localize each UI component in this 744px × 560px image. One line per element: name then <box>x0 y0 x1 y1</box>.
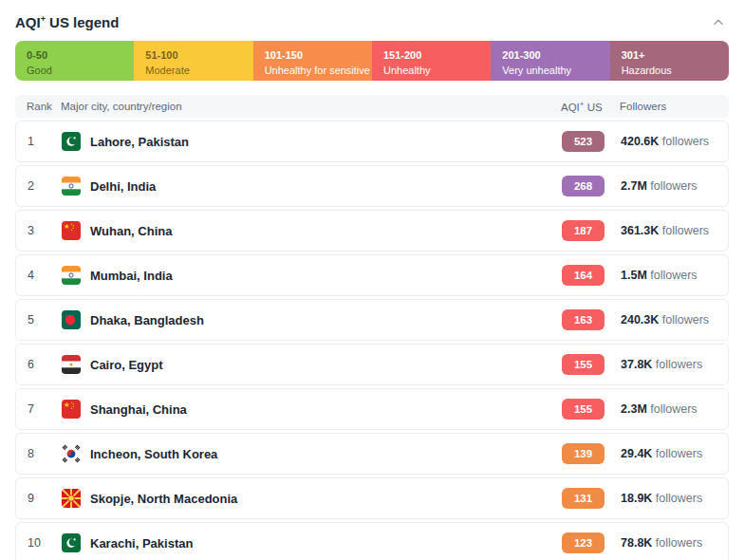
city-name: Dhaka, Bangladesh <box>90 313 204 327</box>
legend-segment: 201-300 Very unhealthy <box>491 41 609 81</box>
rank-cell: 3 <box>28 224 62 237</box>
table-row[interactable]: 10 Karachi, Pakistan 123 78.8K followers <box>15 522 729 560</box>
legend-label: Very unhealthy <box>502 64 605 79</box>
panel-header: AQI+ US legend <box>15 9 729 34</box>
aqi-badge: 523 <box>562 131 604 152</box>
aqi-cell: 523 <box>562 131 621 152</box>
legend-segment: 51-100 Moderate <box>134 41 252 81</box>
aqi-badge: 131 <box>562 488 604 509</box>
followers-cell: 420.6K followers <box>621 135 716 148</box>
legend-label: Good <box>27 64 130 79</box>
aqi-badge: 163 <box>562 309 604 330</box>
table-row[interactable]: 5 Dhaka, Bangladesh 163 240.3K followers <box>15 299 729 341</box>
followers-cell: 18.9K followers <box>621 492 716 505</box>
city-name: Delhi, India <box>90 179 156 194</box>
followers-word: followers <box>656 492 702 505</box>
legend-label: Moderate <box>145 64 249 79</box>
rank-cell: 9 <box>28 492 62 505</box>
legend-range: 151-200 <box>383 47 487 64</box>
rank-cell: 5 <box>28 313 62 327</box>
city-cell: Delhi, India <box>62 177 562 196</box>
rank-cell: 6 <box>28 358 62 371</box>
aqi-cell: 131 <box>562 488 621 509</box>
legend-range: 0-50 <box>27 47 130 64</box>
aqi-badge: 164 <box>562 265 604 286</box>
page-title-text: AQI <box>15 14 41 30</box>
city-cell: Cairo, Egypt <box>62 355 562 374</box>
legend-segment: 151-200 Unhealthy <box>372 41 491 81</box>
aqi-badge: 155 <box>562 399 604 420</box>
legend-segment: 0-50 Good <box>15 41 134 81</box>
table-header-row: Rank Major city, country/region AQI+ US … <box>15 95 729 118</box>
followers-count: 18.9K <box>621 492 652 505</box>
followers-count: 37.8K <box>621 358 652 371</box>
followers-cell: 78.8K followers <box>621 536 716 550</box>
column-header-rank: Rank <box>27 101 61 112</box>
followers-cell: 2.3M followers <box>621 402 716 416</box>
table-row[interactable]: 9 Skopje, North Macedonia 131 18.9K foll… <box>15 477 729 519</box>
followers-word: followers <box>650 402 697 416</box>
aqi-cell: 163 <box>562 309 621 330</box>
legend-range: 201-300 <box>502 47 605 64</box>
rank-cell: 2 <box>28 179 62 193</box>
followers-count: 420.6K <box>621 135 659 148</box>
table-row[interactable]: 3 Wuhan, China 187 361.3K followers <box>15 210 729 252</box>
followers-count: 1.5M <box>621 269 647 282</box>
followers-word: followers <box>650 269 697 282</box>
followers-word: followers <box>662 224 709 237</box>
followers-cell: 1.5M followers <box>621 269 716 282</box>
followers-cell: 29.4K followers <box>621 447 716 460</box>
legend-label: Hazardous <box>622 64 725 79</box>
table-row[interactable]: 7 Shanghai, China 155 2.3M followers <box>15 388 729 430</box>
aqi-badge: 268 <box>562 176 604 196</box>
flag-in-icon <box>62 266 81 285</box>
city-cell: Dhaka, Bangladesh <box>62 310 562 329</box>
collapse-panel-button[interactable] <box>708 11 729 32</box>
column-header-followers: Followers <box>620 101 717 112</box>
city-name: Lahore, Pakistan <box>90 135 189 149</box>
followers-word: followers <box>650 179 697 193</box>
followers-cell: 37.8K followers <box>621 358 716 371</box>
followers-count: 240.3K <box>621 313 659 327</box>
followers-cell: 240.3K followers <box>621 313 716 327</box>
rank-cell: 1 <box>28 135 62 148</box>
legend-segment: 101-150 Unhealthy for sensitive groups <box>253 41 372 81</box>
city-name: Cairo, Egypt <box>90 358 163 372</box>
city-name: Karachi, Pakistan <box>90 536 193 551</box>
city-name: Incheon, South Korea <box>90 447 217 461</box>
aqi-badge: 155 <box>562 354 604 375</box>
aqi-badge: 187 <box>562 220 604 241</box>
table-row[interactable]: 8 Incheon, South Korea 139 29.4K followe… <box>15 433 729 475</box>
city-cell: Lahore, Pakistan <box>62 132 562 151</box>
page-title-suffix: US legend <box>46 14 120 30</box>
city-cell: Skopje, North Macedonia <box>62 489 562 508</box>
followers-count: 78.8K <box>621 536 652 550</box>
aqi-cell: 155 <box>562 354 621 375</box>
followers-count: 361.3K <box>621 224 659 237</box>
followers-word: followers <box>662 135 709 148</box>
legend-label: Unhealthy <box>383 64 487 79</box>
rank-cell: 8 <box>28 447 62 460</box>
table-row[interactable]: 6 Cairo, Egypt 155 37.8K followers <box>15 344 729 385</box>
flag-cn-icon <box>62 400 81 419</box>
flag-mk-icon <box>62 489 81 508</box>
followers-word: followers <box>656 358 702 371</box>
aqi-badge: 123 <box>562 532 604 553</box>
followers-cell: 361.3K followers <box>621 224 716 237</box>
followers-count: 29.4K <box>621 447 652 460</box>
table-row[interactable]: 4 Mumbai, India 164 1.5M followers <box>15 254 729 296</box>
city-name: Mumbai, India <box>90 269 173 283</box>
legend-segment: 301+ Hazardous <box>610 41 729 81</box>
followers-word: followers <box>656 447 702 460</box>
city-name: Shanghai, China <box>90 402 187 417</box>
flag-bd-icon <box>62 310 81 329</box>
followers-word: followers <box>656 536 702 550</box>
aqi-cell: 155 <box>562 399 621 420</box>
table-row[interactable]: 2 Delhi, India 268 2.7M followers <box>15 165 729 207</box>
aqi-badge: 139 <box>562 443 604 464</box>
rank-cell: 10 <box>28 536 62 550</box>
table-row[interactable]: 1 Lahore, Pakistan 523 420.6K followers <box>15 121 729 162</box>
chevron-up-icon <box>710 19 727 33</box>
city-ranking-table: Rank Major city, country/region AQI+ US … <box>15 95 729 560</box>
city-cell: Incheon, South Korea <box>62 444 562 463</box>
